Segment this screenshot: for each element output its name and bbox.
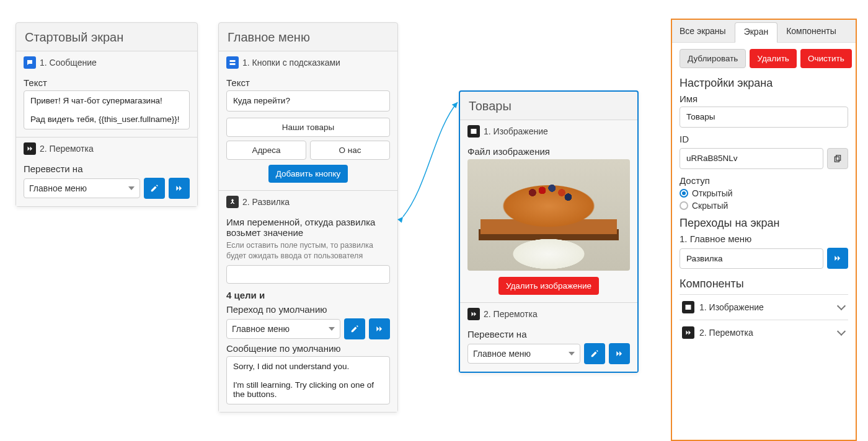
component-head: 1. Кнопки с подсказками [242,58,340,68]
quick-button-3[interactable]: О нас [310,141,390,160]
tab-components[interactable]: Компоненты [779,20,844,42]
card-title: Товары [460,92,637,120]
edit-button[interactable] [584,343,605,364]
label-forward: Перевести на [467,329,630,339]
component-forward[interactable]: 2. Перемотка Перевести на Главное меню [460,302,637,372]
forward-icon [467,308,480,320]
component-fork[interactable]: 2. Развилка Имя переменной, откуда разви… [219,190,397,412]
forward-icon [24,142,36,155]
section-nav: Переходы на экран [680,217,848,230]
component-head: 1. Изображение [484,126,548,136]
component-head: 1. Сообщение [40,58,97,68]
label-var: Имя переменной, откуда развилка возьмет … [226,217,390,238]
delete-image-button[interactable]: Удалить изображение [498,277,599,295]
fork-icon [226,196,239,208]
component-head: 2. Перемотка [40,144,94,154]
quick-button-2[interactable]: Адреса [226,141,306,160]
textarea-message[interactable]: Привет! Я чат-бот супермагазина! Рад вид… [24,90,190,129]
label-default-go: Переход по умолчанию [226,304,390,315]
select-forward-target[interactable]: Главное меню [467,344,580,364]
label-image-file: Файл изображения [467,146,630,157]
dropdown-caret-icon [329,327,335,331]
label-name: Имя [680,94,848,104]
textarea-buttons-prompt[interactable]: Куда перейти? [226,90,390,111]
component-head: 2. Развилка [242,197,290,207]
copy-id-button[interactable] [827,148,848,169]
component-head: 2. Перемотка [484,309,538,319]
radio-access-hidden[interactable]: Скрытый [680,201,848,211]
svg-rect-1 [230,63,236,65]
chevron-down-icon [837,303,846,312]
section-settings: Настройки экрана [680,77,848,90]
panel-tabs: Все экраны Экран Компоненты [672,20,856,43]
goto-button[interactable] [609,343,630,364]
radio-icon [680,189,688,198]
card-start-screen[interactable]: Стартовый экран 1. Сообщение Текст Приве… [16,22,198,207]
label-forward: Перевести на [24,164,190,174]
label-default-msg: Сообщение по умолчанию [226,343,390,354]
delete-button[interactable]: Удалить [750,49,797,68]
component-row-image[interactable]: 1. Изображение [680,294,848,320]
quick-button-1[interactable]: Наши товары [226,118,390,137]
image-icon [682,301,694,313]
section-components: Компоненты [680,277,848,290]
component-row-forward[interactable]: 2. Перемотка [680,320,848,345]
edit-button[interactable] [344,318,365,339]
label-targets: 4 цели и [226,290,390,300]
card-title: Главное меню [219,23,397,51]
card-goods[interactable]: Товары 1. Изображение Файл изображения У… [459,90,639,373]
input-var[interactable] [226,265,390,284]
svg-rect-0 [230,60,236,62]
component-forward[interactable]: 2. Перемотка Перевести на Главное меню [16,137,197,206]
message-icon [24,56,36,69]
goto-button[interactable] [369,318,390,339]
add-button[interactable]: Добавить кнопку [268,165,348,183]
card-main-menu[interactable]: Главное меню 1. Кнопки с подсказками Тек… [218,22,398,413]
component-message[interactable]: 1. Сообщение Текст Привет! Я чат-бот суп… [16,51,197,137]
hint-var: Если оставить поле пустым, то развилка б… [226,240,390,261]
duplicate-button[interactable]: Дублировать [680,49,746,68]
component-buttons[interactable]: 1. Кнопки с подсказками Текст Куда перей… [219,51,397,190]
dropdown-caret-icon [569,352,575,356]
label-id: ID [680,134,848,144]
goto-button[interactable] [169,178,190,199]
dropdown-caret-icon [128,186,135,190]
nav-from: 1. Главное меню [680,234,848,244]
radio-access-open[interactable]: Открытый [680,188,848,198]
label-text: Текст [24,77,190,88]
input-id[interactable]: uRRaB85NLv [680,148,823,169]
image-preview[interactable] [467,159,630,271]
card-title: Стартовый экран [16,23,197,51]
select-forward-target[interactable]: Главное меню [24,178,140,198]
clear-button[interactable]: Очистить [800,49,852,68]
textarea-default-msg[interactable]: Sorry, I did not understand you. I'm sti… [226,356,390,404]
forward-icon [682,326,694,339]
chevron-down-icon [837,328,846,337]
select-default-go[interactable]: Главное меню [226,319,340,339]
inspector-panel: Все экраны Экран Компоненты Дублировать … [671,19,857,441]
component-image[interactable]: 1. Изображение Файл изображения Удалить … [460,120,637,302]
image-icon [467,125,480,138]
goto-button[interactable] [827,248,848,269]
connector-arrow [397,93,465,223]
input-name[interactable]: Товары [680,107,848,128]
buttons-icon [226,56,239,69]
label-text: Текст [226,77,390,88]
svg-rect-3 [835,157,839,162]
tab-all-screens[interactable]: Все экраны [672,20,733,42]
tab-screen[interactable]: Экран [735,22,778,43]
edit-button[interactable] [144,178,165,199]
nav-via[interactable]: Развилка [680,248,823,269]
svg-rect-2 [836,155,841,160]
radio-icon [680,201,688,210]
label-access: Доступ [680,175,848,186]
